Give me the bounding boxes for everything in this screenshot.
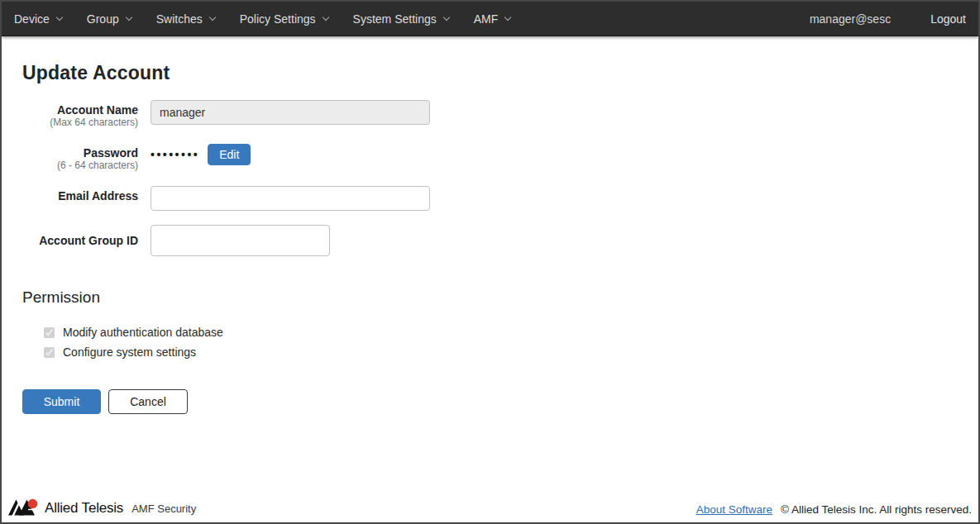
nav-item-device[interactable]: Device [14,12,62,26]
nav-item-label: Switches [156,12,203,26]
permission-item-configure-system: Configure system settings [44,345,958,359]
permission-item-label: Configure system settings [63,345,196,359]
account-name-input [151,100,430,125]
nav-item-label: AMF [474,12,499,26]
password-label: Password [22,146,138,160]
account-name-hint: (Max 64 characters) [22,117,138,129]
email-row: Email Address [22,186,958,211]
user-account-label[interactable]: manager@sesc [810,12,891,26]
logout-button[interactable]: Logout [930,12,966,26]
account-group-id-label: Account Group ID [22,234,138,247]
nav-item-system-settings[interactable]: System Settings [353,12,449,26]
account-group-id-input[interactable] [151,225,330,256]
copyright-text: © Allied Telesis Inc. All rights reserve… [781,503,972,517]
nav-item-label: System Settings [353,12,437,26]
cancel-button[interactable]: Cancel [108,389,188,414]
modify-auth-db-checkbox [44,327,55,338]
chevron-down-icon [504,14,511,21]
product-name: AMF Security [131,502,196,517]
chevron-down-icon [56,14,63,21]
about-software-link[interactable]: About Software [696,503,772,517]
password-edit-button[interactable]: Edit [208,144,251,165]
form-actions: Submit Cancel [22,389,958,414]
account-name-label: Account Name [22,103,138,117]
nav-right: manager@sesc Logout [810,12,966,26]
account-group-id-label-col: Account Group ID [22,225,138,256]
password-hint: (6 - 64 characters) [22,160,138,172]
footer-right: About Software © Allied Telesis Inc. All… [696,503,972,517]
permission-item-modify-auth-db: Modify authentication database [44,326,958,339]
nav-menu: Device Group Switches Policy Settings Sy… [14,12,535,26]
configure-system-settings-checkbox [44,347,55,358]
password-label-col: Password (6 - 64 characters) [22,143,138,172]
chevron-down-icon [125,14,131,21]
main-content: Update Account Account Name (Max 64 char… [2,36,978,498]
footer: Allied Telesis AMF Security About Softwa… [2,498,978,522]
nav-item-label: Policy Settings [240,12,316,26]
permission-item-label: Modify authentication database [63,326,223,339]
email-label-col: Email Address [22,186,138,211]
nav-item-amf[interactable]: AMF [474,12,511,26]
nav-item-policy-settings[interactable]: Policy Settings [240,12,328,26]
allied-telesis-logo-icon [8,498,39,517]
top-navbar: Device Group Switches Policy Settings Sy… [2,2,978,36]
brand-name: Allied Telesis [45,500,123,517]
email-input[interactable] [151,186,430,211]
nav-item-switches[interactable]: Switches [156,12,215,26]
permission-section-title: Permission [22,288,958,307]
chevron-down-icon [442,14,449,21]
permission-list: Modify authentication database Configure… [22,326,958,359]
page-title: Update Account [22,62,958,84]
app-window: Device Group Switches Policy Settings Sy… [0,0,980,524]
nav-item-group[interactable]: Group [87,12,131,26]
email-label: Email Address [22,189,138,202]
nav-item-label: Group [87,12,119,26]
account-name-row: Account Name (Max 64 characters) [22,100,958,129]
chevron-down-icon [322,14,328,21]
password-masked-value: •••••••• [151,145,199,165]
account-group-id-row: Account Group ID [22,225,958,256]
password-row: Password (6 - 64 characters) •••••••• Ed… [22,143,958,172]
chevron-down-icon [209,14,216,21]
submit-button[interactable]: Submit [22,389,101,414]
nav-item-label: Device [14,12,50,26]
brand-box: Allied Telesis AMF Security [8,498,196,517]
account-name-label-col: Account Name (Max 64 characters) [22,100,138,129]
